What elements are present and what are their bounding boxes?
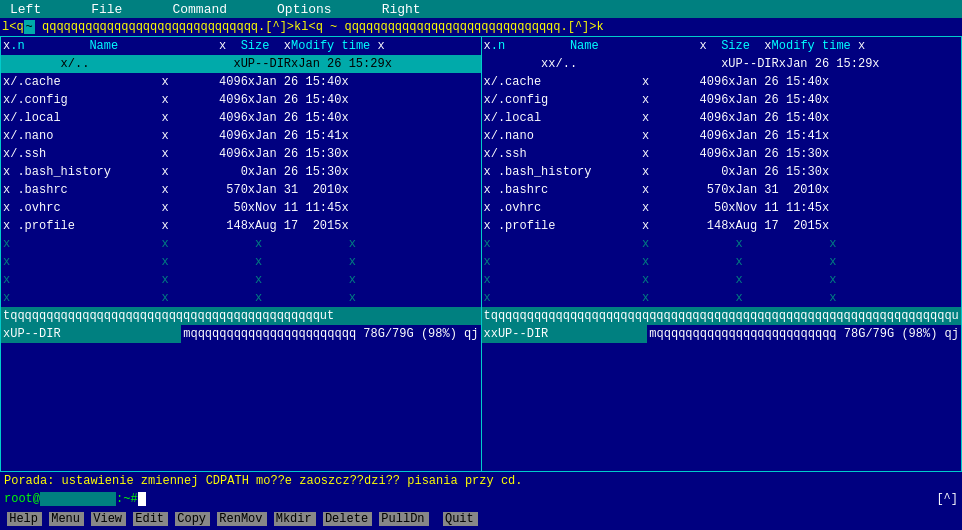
left-file-row-4[interactable]: x/.nano x 4096xJan 26 15:41x: [1, 127, 481, 145]
fkey-7[interactable]: 7Mkdir: [267, 508, 316, 530]
left-file-row-8[interactable]: x .ovhrc x 50xNov 11 11:45x: [1, 199, 481, 217]
menu-bar: Left File Command Options Right: [0, 0, 962, 18]
left-file-row-11: x x x x: [1, 253, 481, 271]
hostname: [40, 492, 116, 506]
bracket-right: [^]: [936, 492, 962, 506]
left-file-row-6[interactable]: x .bash_history x 0xJan 26 15:30x: [1, 163, 481, 181]
tip-text: Porada: ustawienie zmiennej CDPATH mo??e…: [4, 474, 522, 488]
right-current-dir[interactable]: xx/.. xUP--DIRxJan 26 15:29x: [482, 55, 962, 73]
left-file-row-1[interactable]: x/.cache x 4096xJan 26 15:40x: [1, 73, 481, 91]
left-file-row-9[interactable]: x .profile x 148xAug 17 2015x: [1, 217, 481, 235]
left-file-row-7[interactable]: x .bashrc x 570xJan 31 2010x: [1, 181, 481, 199]
right-file-row-13: x x x x: [482, 289, 962, 307]
fkey-8[interactable]: 8Delete: [316, 508, 372, 530]
menu-options[interactable]: Options: [277, 2, 332, 17]
menu-command[interactable]: Command: [172, 2, 227, 17]
right-file-row-4[interactable]: x/.nano x 4096xJan 26 15:41x: [482, 127, 962, 145]
left-file-row-2[interactable]: x/.config x 4096xJan 26 15:40x: [1, 91, 481, 109]
prompt-line[interactable]: root@ :~# [^]: [0, 490, 962, 508]
right-file-row-3[interactable]: x/.local x 4096xJan 26 15:40x: [482, 109, 962, 127]
fkey-6[interactable]: 6RenMov: [210, 508, 266, 530]
left-file-row-12: x x x x: [1, 271, 481, 289]
right-file-row-10: x x x x: [482, 235, 962, 253]
menu-file[interactable]: File: [91, 2, 122, 17]
fkey-2[interactable]: 2Menu: [42, 508, 84, 530]
fkey-4[interactable]: 4Edit: [126, 508, 168, 530]
right-file-row-8[interactable]: x .ovhrc x 50xNov 11 11:45x: [482, 199, 962, 217]
right-disk-info: mqqqqqqqqqqqqqqqqqqqqqqqqq 78G/79G (98%)…: [647, 325, 961, 343]
right-file-row-7[interactable]: x .bashrc x 570xJan 31 2010x: [482, 181, 962, 199]
right-file-row-9[interactable]: x .profile x 148xAug 17 2015x: [482, 217, 962, 235]
right-file-row-1[interactable]: x/.cache x 4096xJan 26 15:40x: [482, 73, 962, 91]
left-panel: x.n Name x Size xModify time x x/.. xUP-…: [1, 37, 482, 471]
right-updir-label: xxUP--DIR: [482, 325, 648, 343]
fkey-9[interactable]: 9PullDn: [372, 508, 428, 530]
fkey-1[interactable]: 1Help: [0, 508, 42, 530]
prompt-suffix: :~#: [116, 492, 138, 506]
prompt-text: root@: [4, 492, 40, 506]
left-file-row-13: x x x x: [1, 289, 481, 307]
left-disk-info: mqqqqqqqqqqqqqqqqqqqqqqq 78G/79G (98%) q…: [181, 325, 480, 343]
right-file-row-6[interactable]: x .bash_history x 0xJan 26 15:30x: [482, 163, 962, 181]
left-file-row-3[interactable]: x/.local x 4096xJan 26 15:40x: [1, 109, 481, 127]
fkey-5[interactable]: 5Copy: [168, 508, 210, 530]
right-file-row-2[interactable]: x/.config x 4096xJan 26 15:40x: [482, 91, 962, 109]
left-current-dir[interactable]: x/.. xUP--DIRxJan 26 15:29x: [1, 55, 481, 73]
cursor-block[interactable]: [138, 492, 146, 506]
right-file-row-11: x x x x: [482, 253, 962, 271]
menu-right[interactable]: Right: [382, 2, 421, 17]
tip-line: Porada: ustawienie zmiennej CDPATH mo??e…: [0, 472, 962, 490]
left-updir-label: xUP--DIR: [1, 325, 181, 343]
left-file-row-10: x x x x: [1, 235, 481, 253]
left-file-row-5[interactable]: x/.ssh x 4096xJan 26 15:30x: [1, 145, 481, 163]
menu-left[interactable]: Left: [10, 2, 41, 17]
right-file-row-12: x x x x: [482, 271, 962, 289]
fkey-10[interactable]: 10Quit: [429, 508, 478, 530]
right-panel: x.n Name x Size xModify time x xx/.. xUP…: [482, 37, 962, 471]
fkey-bar: 1Help 2Menu 3View 4Edit 5Copy 6RenMov 7M…: [0, 508, 962, 530]
right-file-row-5[interactable]: x/.ssh x 4096xJan 26 15:30x: [482, 145, 962, 163]
cmd-text: l<q: [2, 20, 24, 34]
left-panel-bottom-border: tqqqqqqqqqqqqqqqqqqqqqqqqqqqqqqqqqqqqqqq…: [1, 307, 481, 325]
right-panel-bottom-border: tqqqqqqqqqqqqqqqqqqqqqqqqqqqqqqqqqqqqqqq…: [482, 307, 962, 325]
command-line: l<q~ qqqqqqqqqqqqqqqqqqqqqqqqqqqqqq.[^]>…: [0, 18, 962, 36]
fkey-3[interactable]: 3View: [84, 508, 126, 530]
